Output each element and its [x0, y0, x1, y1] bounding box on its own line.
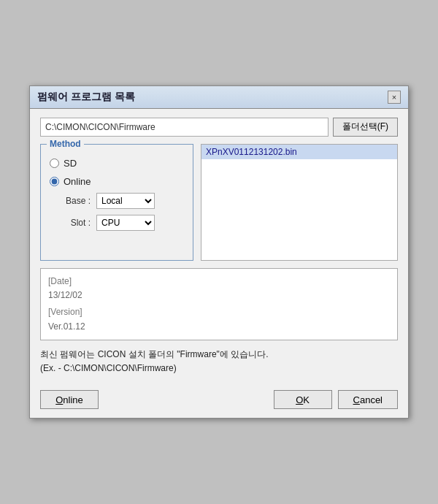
path-row: 폴더선택(F): [40, 118, 398, 137]
version-label: [Version]: [48, 305, 390, 319]
sd-label[interactable]: SD: [64, 158, 77, 169]
method-group: Method SD Online Base : Local Slot :: [40, 144, 193, 261]
base-select[interactable]: Local: [96, 193, 155, 209]
close-button[interactable]: ×: [388, 91, 401, 104]
base-field-row: Base : Local: [64, 193, 184, 209]
cancel-button[interactable]: Cancel: [338, 390, 398, 409]
date-value: 13/12/02: [48, 289, 390, 302]
close-icon: ×: [392, 93, 396, 102]
info-box: [Date] 13/12/02 [Version] Ver.01.12: [40, 268, 398, 340]
slot-field-row: Slot : CPU: [64, 215, 184, 231]
dialog-body: 폴더선택(F) Method SD Online Base :: [30, 109, 408, 384]
button-row: Online OK Cancel: [30, 384, 408, 418]
title-bar: 펌웨어 프로그램 목록 ×: [30, 86, 408, 109]
slot-label: Slot :: [64, 218, 91, 228]
firmware-dialog: 펌웨어 프로그램 목록 × 폴더선택(F) Method SD: [29, 85, 409, 419]
version-value: Ver.01.12: [48, 320, 390, 334]
base-label: Base :: [64, 196, 91, 206]
date-label: [Date]: [48, 275, 390, 289]
online-button[interactable]: Online: [40, 390, 99, 409]
sd-radio[interactable]: [50, 159, 59, 168]
method-legend: Method: [47, 139, 84, 149]
main-content: Method SD Online Base : Local Slot :: [40, 144, 398, 261]
sd-radio-row: SD: [50, 158, 184, 169]
list-item[interactable]: XPnXV0112131202.bin: [201, 145, 397, 159]
slot-select[interactable]: CPU: [96, 215, 155, 231]
online-radio[interactable]: [50, 177, 59, 186]
notice-text: 최신 펌웨어는 CICON 설치 폴더의 "Firmware"에 있습니다. (…: [40, 348, 398, 375]
file-list[interactable]: XPnXV0112131202.bin: [201, 144, 398, 261]
online-label[interactable]: Online: [64, 176, 91, 187]
notice-line2: (Ex. - C:\CIMON\CICON\Firmware): [40, 362, 398, 375]
path-input[interactable]: [40, 118, 328, 137]
dialog-title: 펌웨어 프로그램 목록: [37, 91, 135, 104]
notice-line1: 최신 펌웨어는 CICON 설치 폴더의 "Firmware"에 있습니다.: [40, 348, 398, 362]
online-radio-row: Online: [50, 176, 184, 187]
ok-button[interactable]: OK: [274, 390, 332, 409]
folder-select-button[interactable]: 폴더선택(F): [333, 118, 398, 137]
